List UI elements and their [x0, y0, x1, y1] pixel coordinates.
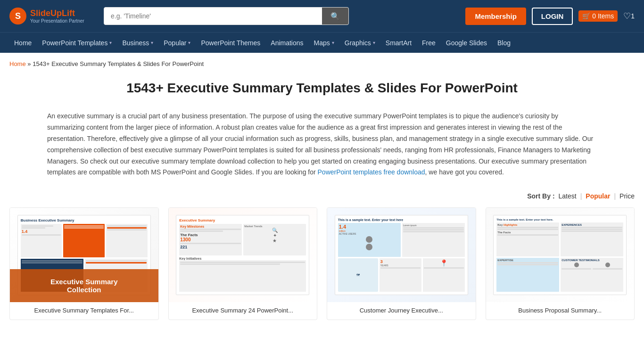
wishlist-count: 1 — [631, 12, 635, 20]
chevron-down-icon: ▾ — [109, 40, 112, 45]
mini-slide: This is a sample text. Enter your text h… — [493, 215, 627, 295]
login-button[interactable]: LOGIN — [532, 8, 573, 25]
header-actions: Membership LOGIN 🛒 0 Items ♡ 1 — [465, 8, 635, 25]
page-title: 1543+ Executive Summary Templates & Slid… — [9, 80, 635, 97]
top-header: S SlideUpLift Your Presentation Partner … — [0, 0, 644, 32]
template-card[interactable]: This is a sample text. Enter your text h… — [486, 207, 635, 320]
mini-slide: Executive Summary Key Milestones The Fac… — [176, 215, 309, 295]
card-title: Executive Summary 24 PowerPoint... — [169, 302, 317, 320]
nav-popular[interactable]: Popular ▾ — [159, 33, 195, 53]
mini-slide: This is a sample text. Enter your text h… — [335, 215, 468, 295]
cart-icon: 🛒 — [582, 12, 590, 20]
search-bar: 🔍 — [104, 7, 349, 25]
card-overlay: Executive SummaryCollection — [10, 269, 158, 302]
nav-blog[interactable]: Blog — [493, 33, 515, 53]
nav-business[interactable]: Business ▾ — [117, 33, 158, 53]
chevron-down-icon: ▾ — [151, 40, 153, 45]
card-image-inner: This is a sample text. Enter your text h… — [327, 208, 476, 302]
sort-sep-1: | — [580, 192, 582, 200]
sort-latest[interactable]: Latest — [559, 192, 577, 200]
card-title: Business Proposal Summary... — [486, 302, 635, 320]
nav-free[interactable]: Free — [417, 33, 440, 53]
chevron-down-icon: ▾ — [373, 40, 375, 45]
card-image-inner: Executive Summary Key Milestones The Fac… — [169, 208, 317, 302]
nav-maps[interactable]: Maps ▾ — [309, 33, 339, 53]
chevron-down-icon: ▾ — [332, 40, 334, 45]
ppt-free-download-link[interactable]: PowerPoint templates free download — [318, 168, 425, 176]
template-card[interactable]: Business Executive Summary 1.4 — [9, 207, 159, 320]
card-image-inner: Business Executive Summary 1.4 — [10, 208, 158, 302]
template-card[interactable]: Executive Summary Key Milestones The Fac… — [168, 207, 318, 320]
card-title: Executive Summary Templates For... — [10, 302, 158, 320]
cart-count: 0 Items — [592, 12, 614, 20]
nav-google-slides[interactable]: Google Slides — [441, 33, 492, 53]
nav-animations[interactable]: Animations — [266, 33, 308, 53]
breadcrumb-home[interactable]: Home — [9, 60, 26, 67]
breadcrumb-current: 1543+ Executive Summary Templates & Slid… — [33, 60, 204, 67]
template-grid: Business Executive Summary 1.4 — [0, 207, 644, 334]
card-image: Executive Summary Key Milestones The Fac… — [169, 208, 317, 302]
logo-brand: SlideUpLift — [30, 8, 84, 18]
logo-icon: S — [9, 8, 26, 25]
sort-label: Sort By : — [527, 192, 554, 200]
sort-popular[interactable]: Popular — [586, 192, 610, 200]
nav-smartart[interactable]: SmartArt — [381, 33, 416, 53]
sort-sep-2: | — [614, 192, 616, 200]
card-image: This is a sample text. Enter your text h… — [327, 208, 476, 302]
search-input[interactable] — [104, 8, 322, 25]
card-image-inner: This is a sample text. Enter your text h… — [486, 208, 635, 302]
cart-icon-wrap: 🛒 0 Items — [578, 10, 618, 22]
search-button[interactable]: 🔍 — [322, 8, 348, 25]
heart-icon: ♡ — [623, 11, 631, 21]
template-card[interactable]: This is a sample text. Enter your text h… — [327, 207, 476, 320]
logo[interactable]: S SlideUpLift Your Presentation Partner — [9, 8, 94, 25]
nav-graphics[interactable]: Graphics ▾ — [340, 33, 380, 53]
wishlist-area[interactable]: ♡ 1 — [623, 11, 635, 21]
sort-bar: Sort By : Latest | Popular | Price — [0, 188, 644, 207]
sort-price[interactable]: Price — [619, 192, 635, 200]
logo-text: SlideUpLift Your Presentation Partner — [30, 8, 84, 24]
chevron-down-icon: ▾ — [188, 40, 190, 45]
main-nav: Home PowerPoint Templates ▾ Business ▾ P… — [0, 32, 644, 53]
nav-home[interactable]: Home — [9, 33, 36, 53]
page-title-section: 1543+ Executive Summary Templates & Slid… — [0, 75, 644, 106]
description-text-1: An executive summary is a crucial part o… — [47, 112, 593, 176]
card-image: This is a sample text. Enter your text h… — [486, 208, 635, 302]
logo-tagline: Your Presentation Partner — [30, 18, 84, 24]
description-text-2: , we have got you covered. — [425, 168, 504, 176]
breadcrumb-separator: » — [27, 60, 33, 67]
membership-button[interactable]: Membership — [465, 8, 526, 25]
nav-ppt-templates[interactable]: PowerPoint Templates ▾ — [37, 33, 116, 53]
nav-ppt-themes[interactable]: PowerPoint Themes — [196, 33, 265, 53]
card-title: Customer Journey Executive... — [327, 302, 476, 320]
cart-area[interactable]: 🛒 0 Items — [578, 10, 618, 22]
card-image: Business Executive Summary 1.4 — [10, 208, 158, 302]
breadcrumb: Home » 1543+ Executive Summary Templates… — [0, 53, 644, 75]
description: An executive summary is a crucial part o… — [0, 106, 644, 188]
